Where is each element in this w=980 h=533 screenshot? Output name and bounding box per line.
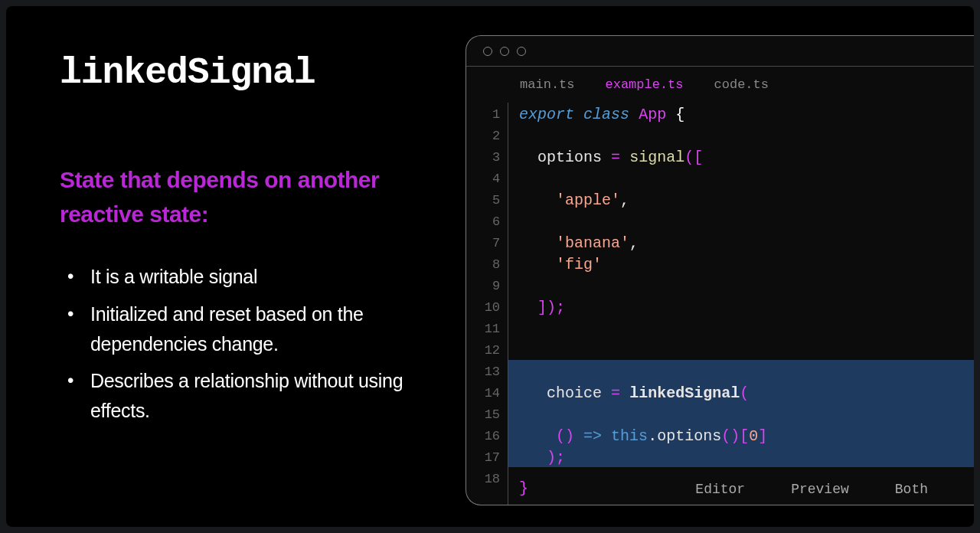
line-number: 16 xyxy=(466,426,500,447)
code-line: choice = linkedSignal( xyxy=(519,383,974,404)
line-number: 8 xyxy=(466,254,500,276)
code-line: 'apple', xyxy=(519,190,974,211)
code-line xyxy=(519,404,974,426)
line-number: 3 xyxy=(466,147,500,168)
line-number: 1 xyxy=(466,104,500,126)
code-line: ); xyxy=(519,447,974,469)
code-line: export class App { xyxy=(519,104,974,126)
slide-subheading: State that depends on another reactive s… xyxy=(60,162,438,231)
line-gutter: 1 2 3 4 5 6 7 8 9 10 11 12 13 14 15 16 1 xyxy=(466,103,508,505)
code-line xyxy=(519,168,974,190)
code-line: } xyxy=(519,478,974,499)
tab-main[interactable]: main.ts xyxy=(520,77,574,92)
line-number: 13 xyxy=(466,361,500,383)
bullet-list: It is a writable signal Initialized and … xyxy=(60,262,438,426)
content-panel: linkedSignal State that depends on anoth… xyxy=(6,6,461,527)
line-number: 14 xyxy=(466,383,500,404)
line-number: 9 xyxy=(466,276,500,297)
line-number: 12 xyxy=(466,340,500,361)
line-number: 17 xyxy=(466,447,500,469)
line-number: 5 xyxy=(466,190,500,211)
code-line xyxy=(519,211,974,233)
code-line xyxy=(519,276,974,297)
traffic-light-zoom-icon[interactable] xyxy=(517,47,526,56)
line-number: 7 xyxy=(466,233,500,254)
tab-code[interactable]: code.ts xyxy=(714,77,769,92)
code-line xyxy=(519,126,974,147)
line-number: 18 xyxy=(466,469,500,490)
traffic-light-close-icon[interactable] xyxy=(483,47,492,56)
code-line xyxy=(519,361,974,383)
code-line xyxy=(519,319,974,340)
line-number: 11 xyxy=(466,319,500,340)
list-item: Initialized and reset based on the depen… xyxy=(90,299,438,359)
code-line: 'fig' xyxy=(519,254,974,276)
tab-example[interactable]: example.ts xyxy=(606,77,684,92)
line-number: 15 xyxy=(466,404,500,426)
code-panel: main.ts example.ts code.ts 1 2 3 4 5 6 7… xyxy=(461,6,974,527)
slide-title: linkedSignal xyxy=(60,52,438,93)
window-titlebar xyxy=(466,36,974,67)
editor-tabs: main.ts example.ts code.ts xyxy=(466,67,974,103)
line-number: 6 xyxy=(466,211,500,233)
code-line: () => this.options()[0] xyxy=(519,426,974,447)
line-number: 2 xyxy=(466,126,500,147)
code-area: 1 2 3 4 5 6 7 8 9 10 11 12 13 14 15 16 1 xyxy=(466,103,974,505)
code-line: 'banana', xyxy=(519,233,974,254)
line-number: 10 xyxy=(466,297,500,319)
code-line: ]); xyxy=(519,297,974,319)
editor-window: main.ts example.ts code.ts 1 2 3 4 5 6 7… xyxy=(466,35,974,505)
line-number: 4 xyxy=(466,168,500,190)
list-item: It is a writable signal xyxy=(90,262,438,292)
traffic-light-minimize-icon[interactable] xyxy=(500,47,509,56)
code-line xyxy=(519,340,974,361)
code-content[interactable]: export class App { options = signal([ 'a… xyxy=(508,103,974,505)
code-line: options = signal([ xyxy=(519,147,974,168)
list-item: Describes a relationship without using e… xyxy=(90,366,438,426)
presentation-slide: linkedSignal State that depends on anoth… xyxy=(6,6,974,527)
